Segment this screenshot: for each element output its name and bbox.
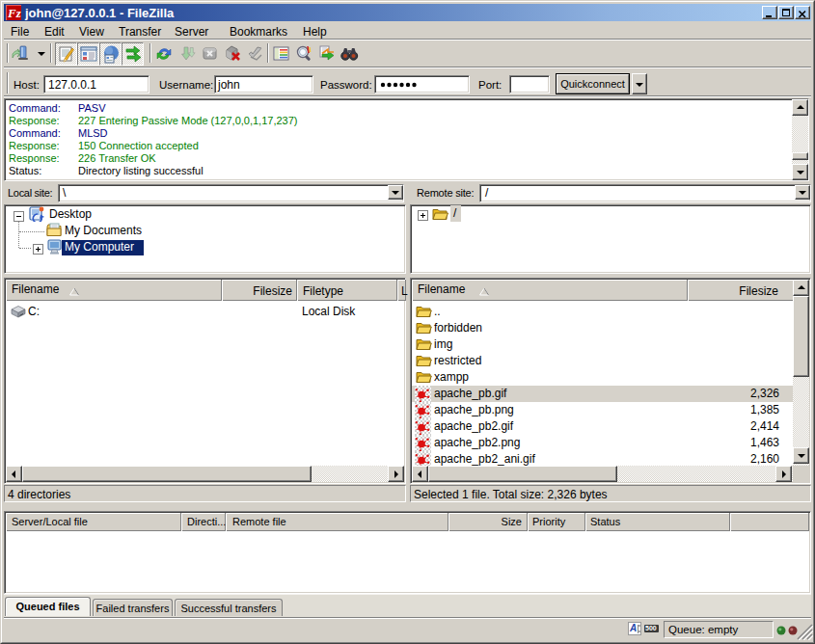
svg-text:Fz: Fz bbox=[7, 6, 21, 20]
